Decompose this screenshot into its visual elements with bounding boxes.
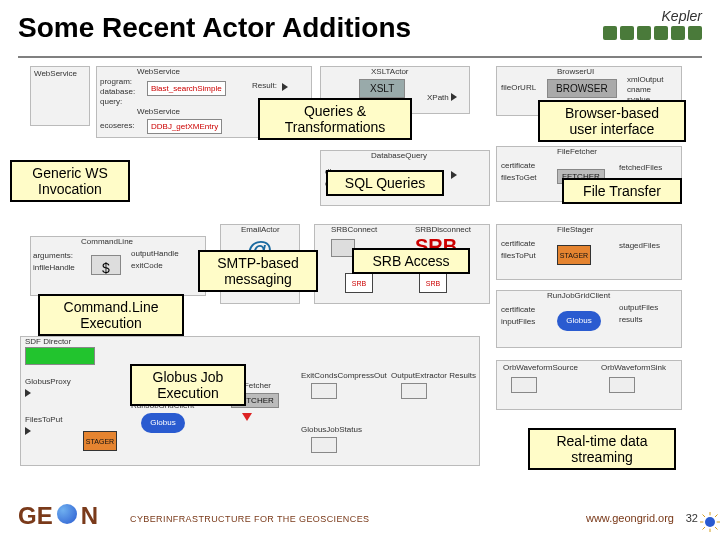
label: inputFiles bbox=[501, 317, 535, 326]
label: ExitCondsCompressOut bbox=[301, 371, 387, 380]
label: xmlOutput bbox=[627, 75, 663, 84]
panel-runjob: RunJobGridClient certificate inputFiles … bbox=[496, 290, 682, 348]
callout-queries-transformations: Queries & Transformations bbox=[258, 98, 412, 140]
panel-cmdline: CommandLine arguments: infileHandle $ ou… bbox=[30, 236, 206, 296]
footer-url: www.geongrid.org bbox=[586, 512, 674, 524]
label: DatabaseQuery bbox=[371, 151, 427, 160]
svg-line-5 bbox=[703, 515, 706, 518]
label: arguments: bbox=[33, 251, 73, 260]
svg-line-6 bbox=[715, 527, 718, 530]
label: certificate bbox=[501, 161, 535, 170]
label: cname bbox=[627, 85, 651, 94]
label: ecoseres: bbox=[100, 121, 135, 130]
port-icon bbox=[451, 93, 457, 101]
label: fileOrURL bbox=[501, 83, 536, 92]
footer-tagline: CYBERINFRASTRUCTURE FOR THE GEOSCIENCES bbox=[130, 514, 369, 524]
label: FileStager bbox=[557, 225, 593, 234]
callout-cmdline: Command.Line Execution bbox=[38, 294, 184, 336]
label: results bbox=[619, 315, 643, 324]
callout-text: Browser-based user interface bbox=[565, 105, 659, 137]
callout-text: SMTP-based messaging bbox=[217, 255, 299, 287]
label: XPath bbox=[427, 93, 449, 102]
box-icon bbox=[311, 437, 337, 453]
panel-sdf: SDF Director GlobusProxy FilesToPut STAG… bbox=[20, 336, 480, 466]
callout-srb-access: SRB Access bbox=[352, 248, 470, 274]
label: SDF Director bbox=[25, 337, 71, 346]
panel-ws-left: WebService bbox=[30, 66, 90, 126]
kepler-logo: Kepler bbox=[582, 8, 702, 52]
label: FilesToPut bbox=[25, 415, 62, 424]
stager-box: STAGER bbox=[557, 245, 591, 265]
label: program: bbox=[100, 77, 132, 86]
svg-point-0 bbox=[705, 517, 715, 527]
box-icon bbox=[609, 377, 635, 393]
label: stagedFiles bbox=[619, 241, 660, 250]
label: BrowserUI bbox=[557, 67, 594, 76]
page-number: 32 bbox=[686, 512, 698, 524]
callout-smtp: SMTP-based messaging bbox=[198, 250, 318, 292]
label: filesToPut bbox=[501, 251, 536, 260]
port-icon bbox=[25, 427, 31, 435]
svg-line-8 bbox=[715, 515, 718, 518]
callout-text: File Transfer bbox=[583, 183, 661, 199]
label: exitCode bbox=[131, 261, 163, 270]
port-icon bbox=[25, 389, 31, 397]
panel-filestager: FileStager certificate filesToPut STAGER… bbox=[496, 224, 682, 280]
kepler-logo-blocks bbox=[603, 26, 702, 40]
callout-generic-ws: Generic WS Invocation bbox=[10, 160, 130, 202]
label: Result: bbox=[252, 81, 277, 90]
label: RunJobGridClient bbox=[547, 291, 610, 300]
callout-browser-ui: Browser-based user interface bbox=[538, 100, 686, 142]
srb-box: SRB bbox=[345, 273, 373, 293]
label: FileFetcher bbox=[557, 147, 597, 156]
geon-g: GE bbox=[18, 502, 53, 530]
callout-globus: Globus Job Execution bbox=[130, 364, 246, 406]
geon-n: N bbox=[81, 502, 98, 530]
label: SRBConnect bbox=[331, 225, 377, 234]
label: database: bbox=[100, 87, 135, 96]
sdf-director-icon bbox=[25, 347, 95, 365]
label: certificate bbox=[501, 239, 535, 248]
label: filesToGet bbox=[501, 173, 537, 182]
label: XSLTActor bbox=[371, 67, 409, 76]
srb-box: SRB bbox=[419, 273, 447, 293]
label: SRBDisconnect bbox=[415, 225, 471, 234]
label: WebService bbox=[137, 67, 180, 76]
label: GlobusProxy bbox=[25, 377, 71, 386]
label: CommandLine bbox=[81, 237, 133, 246]
label: certificate bbox=[501, 305, 535, 314]
port-icon bbox=[451, 171, 457, 179]
callout-text: SRB Access bbox=[372, 253, 449, 269]
footer: GE N CYBERINFRASTRUCTURE FOR THE GEOSCIE… bbox=[0, 500, 720, 534]
label: outputHandle bbox=[131, 249, 179, 258]
triangle-icon bbox=[242, 413, 252, 421]
label: WebService bbox=[34, 69, 77, 78]
actor-blast: Blast_searchSimple bbox=[147, 81, 226, 96]
callout-text: Generic WS Invocation bbox=[32, 165, 107, 197]
label: outputFiles bbox=[619, 303, 658, 312]
label: OutputExtractor Results bbox=[391, 371, 476, 380]
box-icon bbox=[511, 377, 537, 393]
box-icon bbox=[401, 383, 427, 399]
callout-realtime: Real-time data streaming bbox=[528, 428, 676, 470]
globus-box: Globus bbox=[141, 413, 185, 433]
slide: Some Recent Actor Additions Kepler WebSe… bbox=[0, 0, 720, 540]
label: fetchedFiles bbox=[619, 163, 662, 172]
globe-icon bbox=[57, 504, 77, 524]
callout-file-transfer: File Transfer bbox=[562, 178, 682, 204]
label: OrbWaveformSource bbox=[503, 363, 578, 372]
actor-browser: BROWSER bbox=[547, 79, 617, 98]
globus-box: Globus bbox=[557, 311, 601, 331]
geon-logo: GE N bbox=[18, 502, 98, 530]
title-rule bbox=[18, 56, 702, 58]
svg-line-7 bbox=[703, 527, 706, 530]
label: query: bbox=[100, 97, 122, 106]
callout-text: SQL Queries bbox=[345, 175, 425, 191]
callout-sql-queries: SQL Queries bbox=[326, 170, 444, 196]
port-icon bbox=[282, 83, 288, 91]
callout-text: Real-time data streaming bbox=[556, 433, 647, 465]
label: GlobusJobStatus bbox=[301, 425, 362, 434]
dollar-icon: $ bbox=[91, 255, 121, 275]
label: OrbWaveformSink bbox=[601, 363, 666, 372]
callout-text: Queries & Transformations bbox=[285, 103, 386, 135]
